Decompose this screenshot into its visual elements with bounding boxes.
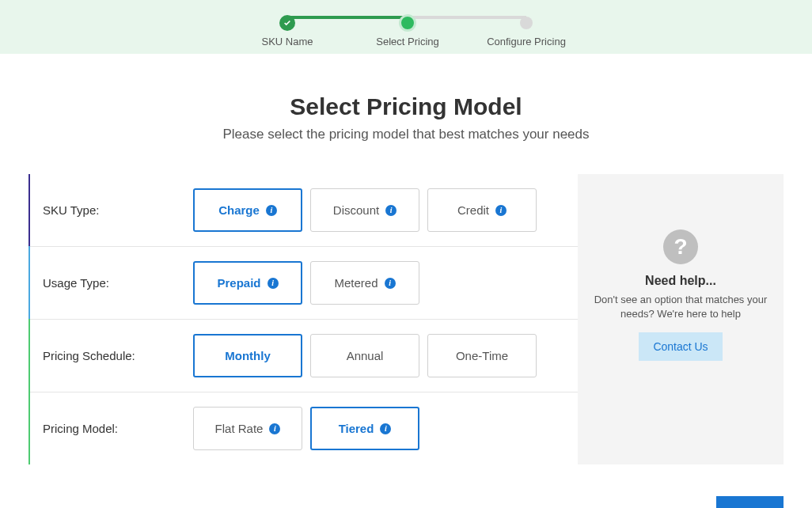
option-prepaid[interactable]: Prepaid i [193, 261, 302, 305]
form-label: Usage Type: [43, 276, 193, 290]
check-icon [279, 15, 295, 31]
form-row-usage-type: Usage Type: Prepaid i Metered i [30, 247, 578, 320]
step-circle-pending [520, 17, 533, 29]
option-text: Metered [334, 276, 378, 290]
option-tiered[interactable]: Tiered i [310, 407, 419, 450]
form-row-pricing-schedule: Pricing Schedule: Monthly Annual One-Tim… [30, 320, 578, 392]
option-text: Annual [347, 349, 384, 362]
progress-step-select-pricing: Select Pricing [399, 17, 416, 38]
question-icon: ? [663, 229, 698, 264]
info-icon[interactable]: i [495, 205, 507, 216]
page-title: Select Pricing Model [0, 93, 812, 120]
option-metered[interactable]: Metered i [310, 261, 419, 305]
option-charge[interactable]: Charge i [193, 188, 302, 232]
option-one-time[interactable]: One-Time [427, 334, 537, 377]
step-label: Configure Pricing [487, 36, 566, 47]
option-text: Discount [333, 203, 379, 217]
form-row-sku-type: SKU Type: Charge i Discount i Credit i [30, 174, 578, 247]
option-text: Monthly [225, 349, 271, 362]
form-row-pricing-model: Pricing Model: Flat Rate i Tiered i [30, 392, 578, 464]
option-annual[interactable]: Annual [310, 334, 419, 377]
option-text: Credit [457, 203, 489, 217]
form-label: Pricing Model: [43, 422, 193, 435]
help-panel: ? Need help... Don't see an option that … [578, 174, 784, 464]
step-label: SKU Name [261, 36, 313, 47]
info-icon[interactable]: i [268, 278, 279, 289]
info-icon[interactable]: i [385, 278, 396, 289]
option-text: One-Time [456, 349, 508, 362]
option-text: Flat Rate [215, 422, 264, 435]
step-circle-active [399, 14, 416, 32]
page-header: Select Pricing Model Please select the p… [0, 93, 812, 142]
option-credit[interactable]: Credit i [427, 188, 537, 232]
form-label: Pricing Schedule: [43, 349, 193, 362]
contact-us-button[interactable]: Contact Us [639, 332, 722, 361]
info-icon[interactable]: i [385, 205, 397, 216]
info-icon[interactable]: i [380, 423, 391, 434]
option-monthly[interactable]: Monthly [193, 334, 302, 377]
step-label: Select Pricing [376, 36, 438, 47]
page-subtitle: Please select the pricing model that bes… [0, 127, 812, 142]
info-icon[interactable]: i [269, 423, 280, 434]
help-title: Need help... [645, 274, 716, 288]
next-button[interactable]: Next [716, 496, 784, 508]
progress-step-sku-name: SKU Name [279, 17, 295, 38]
form-panel: SKU Type: Charge i Discount i Credit i U… [28, 174, 578, 464]
footer-nav: Back Next [0, 464, 812, 508]
help-text: Don't see an option that matches your ne… [594, 293, 768, 321]
progress-step-configure-pricing: Configure Pricing [520, 17, 533, 38]
option-flat-rate[interactable]: Flat Rate i [193, 407, 302, 450]
form-label: SKU Type: [43, 203, 193, 217]
progress-bar: SKU Name Select Pricing Configure Pricin… [0, 0, 812, 54]
info-icon[interactable]: i [266, 205, 277, 216]
option-text: Tiered [339, 422, 374, 435]
progress-line-fill [286, 16, 412, 19]
option-discount[interactable]: Discount i [310, 188, 419, 232]
option-text: Prepaid [217, 276, 260, 290]
option-text: Charge [218, 203, 260, 217]
